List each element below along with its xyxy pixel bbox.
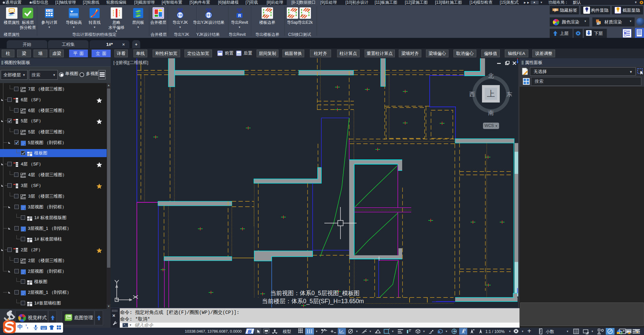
svg-text:+-: +- <box>47 9 49 12</box>
svg-text:R: R <box>238 13 241 18</box>
svg-text:×÷: ×÷ <box>50 9 52 12</box>
svg-text:!: ! <box>629 332 629 334</box>
